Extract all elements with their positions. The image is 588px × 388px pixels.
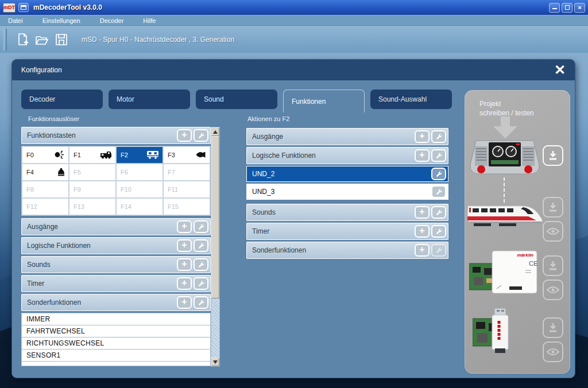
action-item-und-3[interactable]: UND_3 <box>246 184 448 200</box>
workspace: Konfiguration ✕ DecoderMotorSoundFunktio… <box>0 53 588 388</box>
ausg-nge-plus-button[interactable]: + <box>177 220 192 233</box>
tab-sound-auswahl[interactable]: Sound-Auswahl <box>370 90 452 109</box>
ausg-nge-wrench-button[interactable] <box>431 130 446 143</box>
function-key-f4[interactable]: F4 <box>22 164 69 181</box>
function-key-f15[interactable]: F15 <box>163 198 210 215</box>
action-category-logische-funktionen[interactable]: Logische Funktionen+ <box>246 147 448 164</box>
function-key-label: F12 <box>26 203 37 210</box>
sounds-wrench-button[interactable] <box>431 206 446 219</box>
action-item-und-2[interactable]: UND_2 <box>246 166 448 182</box>
menu-decoder[interactable]: Decoder <box>100 17 124 24</box>
toolbar-grip[interactable] <box>3 29 7 51</box>
function-key-f13[interactable]: F13 <box>69 198 116 215</box>
tab-sound[interactable]: Sound <box>196 90 277 109</box>
new-file-button[interactable] <box>13 30 32 49</box>
funktionstasten-wrench-button[interactable] <box>194 129 208 142</box>
sidebar-title: Projekt schreiben / testen <box>479 99 534 118</box>
scroll-up-button[interactable] <box>211 127 219 136</box>
trigger-immer[interactable]: IMMER <box>22 313 210 325</box>
open-file-button[interactable] <box>32 30 52 49</box>
sounds-plus-button[interactable]: + <box>177 258 192 271</box>
write-to-locomotive-button[interactable] <box>543 197 563 218</box>
action-category-timer[interactable]: Timer+ <box>246 223 448 240</box>
close-button[interactable]: × <box>574 3 585 13</box>
category-sonderfunktionen[interactable]: Sonderfunktionen+ <box>21 294 211 311</box>
verify-usb-stick-button[interactable] <box>543 342 563 362</box>
category-logische-funktionen[interactable]: Logische Funktionen+ <box>21 237 211 254</box>
scroll-up-icon <box>213 130 218 134</box>
function-key-f1[interactable]: F1 <box>69 146 116 164</box>
tab-funktionen[interactable]: Funktionen <box>283 90 365 112</box>
menu-einstellungen[interactable]: Einstellungen <box>42 17 80 24</box>
sonderfunktionen-wrench-button[interactable] <box>431 244 446 257</box>
verify-programmer-button[interactable] <box>543 280 563 300</box>
verify-locomotive-button[interactable] <box>543 221 563 242</box>
write-to-programmer-button[interactable] <box>543 255 563 276</box>
menu-hilfe[interactable]: Hilfe <box>143 17 156 24</box>
logische-funktionen-plus-button[interactable]: + <box>415 149 430 162</box>
scrollbar-track[interactable] <box>211 298 219 358</box>
und-3-wrench-button[interactable] <box>431 185 446 198</box>
sounds-wrench-button[interactable] <box>194 258 208 271</box>
function-key-f5[interactable]: F5 <box>69 164 116 181</box>
funktionstasten-plus-button[interactable]: + <box>177 129 192 142</box>
und-2-wrench-button[interactable] <box>431 168 446 180</box>
category-label: Sonderfunktionen <box>27 298 175 306</box>
scroll-down-button[interactable] <box>211 358 219 366</box>
tab-decoder[interactable]: Decoder <box>21 90 103 109</box>
wrench-icon <box>198 261 205 269</box>
svg-text:CE: CE <box>529 260 537 267</box>
timer-plus-button[interactable]: + <box>177 277 192 290</box>
dialog-close-button[interactable]: ✕ <box>554 63 566 77</box>
sonderfunktionen-plus-button[interactable]: + <box>415 244 430 257</box>
function-key-f10[interactable]: F10 <box>116 181 163 198</box>
function-key-f9[interactable]: F9 <box>69 181 116 198</box>
function-key-f12[interactable]: F12 <box>22 198 69 215</box>
scrollbar-thumb[interactable] <box>211 136 219 298</box>
action-category-sonderfunktionen[interactable]: Sonderfunktionen+ <box>246 242 448 259</box>
big-down-arrow-icon <box>492 117 519 138</box>
download-icon <box>547 201 559 213</box>
function-trigger-panel: Funktionstasten+F0F1F2F3F4F5F6F7F8F9F10F… <box>21 127 220 367</box>
function-key-f0[interactable]: F0 <box>22 146 69 164</box>
category-timer[interactable]: Timer+ <box>21 275 211 292</box>
function-key-f8[interactable]: F8 <box>22 181 69 198</box>
logische-funktionen-wrench-button[interactable] <box>194 239 208 252</box>
action-category-label: Timer <box>252 227 413 235</box>
save-button[interactable] <box>52 30 71 49</box>
ausg-nge-plus-button[interactable]: + <box>415 130 430 143</box>
function-key-f11[interactable]: F11 <box>163 181 210 198</box>
trigger-sensor1[interactable]: SENSOR1 <box>22 350 210 362</box>
menu-datei[interactable]: Datei <box>8 17 23 24</box>
logische-funktionen-wrench-button[interactable] <box>431 149 446 162</box>
timer-wrench-button[interactable] <box>431 225 446 238</box>
ausg-nge-wrench-button[interactable] <box>194 220 208 233</box>
funktionstasten-header[interactable]: Funktionstasten+ <box>21 127 211 144</box>
category-sounds[interactable]: Sounds+ <box>21 256 211 273</box>
function-key-f7[interactable]: F7 <box>163 164 210 181</box>
category-label: Sounds <box>27 261 175 269</box>
write-to-usb-stick-button[interactable] <box>543 317 563 338</box>
sidebar-title-line1: Projekt <box>479 99 534 108</box>
logische-funktionen-plus-button[interactable]: + <box>177 239 192 252</box>
maximize-button[interactable] <box>562 3 572 13</box>
trigger-fahrtwechsel[interactable]: FAHRTWECHSEL <box>22 325 210 337</box>
function-key-f2[interactable]: F2 <box>116 146 163 164</box>
write-to-central-station-button[interactable] <box>543 145 563 166</box>
trigger-richtungswechsel[interactable]: RICHTUNGSWECHSEL <box>22 337 210 350</box>
action-category-ausg-nge[interactable]: Ausgänge+ <box>246 128 448 145</box>
function-key-f3[interactable]: F3 <box>163 146 210 164</box>
timer-plus-button[interactable]: + <box>415 225 430 238</box>
timer-wrench-button[interactable] <box>194 277 208 290</box>
category-ausg-nge[interactable]: Ausgänge+ <box>21 218 211 235</box>
minimize-button[interactable] <box>549 3 560 13</box>
trigger-list: IMMERFAHRTWECHSELRICHTUNGSWECHSELSENSOR1 <box>21 313 211 366</box>
tab-motor[interactable]: Motor <box>109 90 190 109</box>
sonderfunktionen-plus-button[interactable]: + <box>177 296 192 309</box>
left-panel-scrollbar[interactable] <box>211 127 220 367</box>
sounds-plus-button[interactable]: + <box>415 206 430 219</box>
function-key-f6[interactable]: F6 <box>116 164 163 181</box>
action-category-sounds[interactable]: Sounds+ <box>246 204 448 221</box>
function-key-f14[interactable]: F14 <box>116 198 163 215</box>
sonderfunktionen-wrench-button[interactable] <box>194 296 208 309</box>
